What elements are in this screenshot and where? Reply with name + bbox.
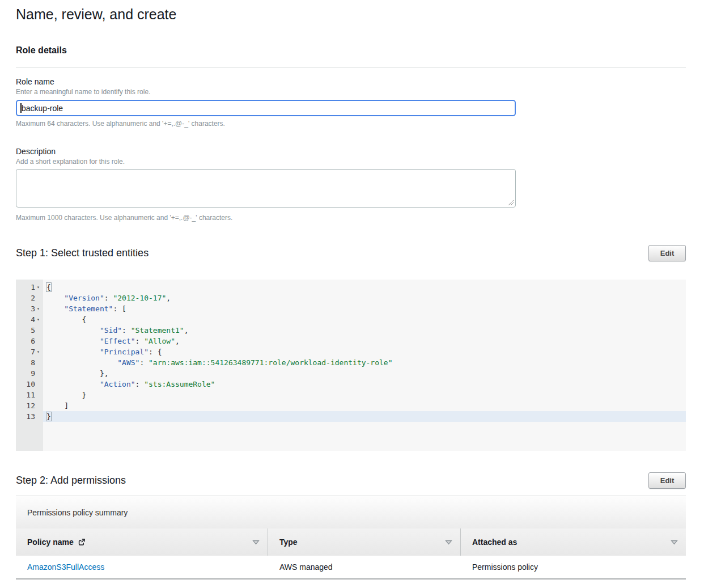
- fold-arrow-icon[interactable]: ▾: [35, 346, 41, 357]
- column-label: Attached as: [472, 538, 517, 547]
- column-header-policy-name[interactable]: Policy name: [16, 528, 268, 556]
- gutter-line-number: 11: [16, 390, 43, 400]
- policy-table-body: AmazonS3FullAccessAWS managedPermissions…: [16, 556, 686, 579]
- description-label: Description: [16, 147, 686, 156]
- code-line[interactable]: },: [43, 368, 686, 379]
- trust-policy-code-editor[interactable]: 1▾23▾4▾567▾8910111213 { "Version": "2012…: [16, 280, 686, 451]
- column-sort-icon[interactable]: [252, 540, 260, 545]
- step2-title: Step 2: Add permissions: [16, 475, 126, 487]
- table-row: AmazonS3FullAccessAWS managedPermissions…: [16, 556, 686, 579]
- column-header-attached-as[interactable]: Attached as: [461, 528, 686, 556]
- column-sort-icon[interactable]: [445, 540, 452, 545]
- divider: [16, 67, 686, 67]
- policy-link[interactable]: AmazonS3FullAccess: [27, 562, 104, 572]
- gutter-line-number: 2: [16, 293, 43, 303]
- policy-type-cell: AWS managed: [268, 562, 461, 572]
- gutter-line-number: 9: [16, 368, 43, 379]
- gutter-line-number[interactable]: 7▾: [16, 346, 43, 357]
- attached-as-cell: Permissions policy: [461, 562, 686, 572]
- role-name-input-wrap: [16, 100, 516, 116]
- permissions-panel-title: Permissions policy summary: [27, 508, 128, 517]
- fold-arrow-icon[interactable]: ▾: [35, 303, 41, 314]
- code-line[interactable]: "Action": "sts:AssumeRole": [43, 379, 686, 390]
- description-hint: Add a short explanation for this role.: [16, 158, 686, 166]
- code-line[interactable]: ]: [43, 400, 686, 411]
- gutter-line-number: 13: [16, 411, 43, 422]
- gutter-line-number: 12: [16, 400, 43, 411]
- code-line[interactable]: }: [43, 390, 686, 400]
- column-sort-icon[interactable]: [671, 540, 678, 545]
- role-details-heading: Role details: [16, 45, 686, 56]
- text-caret: [20, 103, 22, 113]
- policy-table-header: Policy name Type: [16, 528, 686, 556]
- description-textarea-wrap: [16, 169, 516, 208]
- step1-edit-button[interactable]: Edit: [648, 245, 686, 261]
- gutter-line-number: 10: [16, 379, 43, 390]
- gutter-line-number: 6: [16, 336, 43, 346]
- code-line[interactable]: "Effect": "Allow",: [43, 336, 686, 346]
- gutter-line-number: 8: [16, 357, 43, 368]
- role-name-constraint: Maximum 64 characters. Use alphanumeric …: [16, 120, 686, 128]
- code-line[interactable]: {: [43, 282, 686, 293]
- permissions-panel: Permissions policy summary Policy name: [16, 496, 686, 579]
- fold-arrow-icon[interactable]: ▾: [35, 282, 41, 293]
- description-textarea[interactable]: [16, 169, 516, 208]
- fold-arrow-icon[interactable]: ▾: [35, 314, 41, 325]
- resize-handle-icon[interactable]: [508, 200, 514, 206]
- gutter-line-number[interactable]: 3▾: [16, 303, 43, 314]
- description-constraint: Maximum 1000 characters. Use alphanumeri…: [16, 214, 686, 222]
- step1-header: Step 1: Select trusted entities Edit: [16, 245, 686, 261]
- code-line[interactable]: "Sid": "Statement1",: [43, 325, 686, 336]
- column-label: Type: [279, 538, 298, 547]
- code-line[interactable]: "Version": "2012-10-17",: [43, 293, 686, 303]
- code-line[interactable]: }: [43, 411, 686, 422]
- policy-name-cell: AmazonS3FullAccess: [16, 562, 268, 572]
- gutter-line-number[interactable]: 1▾: [16, 282, 43, 293]
- role-name-input[interactable]: [16, 100, 516, 116]
- gutter-line-number[interactable]: 4▾: [16, 314, 43, 325]
- editor-gutter: 1▾23▾4▾567▾8910111213: [16, 280, 43, 451]
- code-line[interactable]: {: [43, 314, 686, 325]
- page-title: Name, review, and create: [16, 6, 686, 23]
- gutter-line-number: 5: [16, 325, 43, 336]
- column-label: Policy name: [27, 538, 74, 547]
- step2-edit-button[interactable]: Edit: [648, 472, 686, 489]
- step1-title: Step 1: Select trusted entities: [16, 247, 149, 259]
- external-link-icon: [78, 538, 86, 546]
- role-name-label: Role name: [16, 77, 686, 87]
- code-line[interactable]: "AWS": "arn:aws:iam::541263489771:role/w…: [43, 357, 686, 368]
- permissions-panel-header: Permissions policy summary: [16, 496, 686, 528]
- step2-header: Step 2: Add permissions Edit: [16, 472, 686, 489]
- page-container: Name, review, and create Role details Ro…: [0, 0, 704, 588]
- editor-lines: { "Version": "2012-10-17", "Statement": …: [43, 280, 686, 451]
- code-line[interactable]: "Principal": {: [43, 346, 686, 357]
- code-line[interactable]: "Statement": [: [43, 303, 686, 314]
- role-name-hint: Enter a meaningful name to identify this…: [16, 88, 686, 96]
- column-header-type[interactable]: Type: [268, 528, 461, 556]
